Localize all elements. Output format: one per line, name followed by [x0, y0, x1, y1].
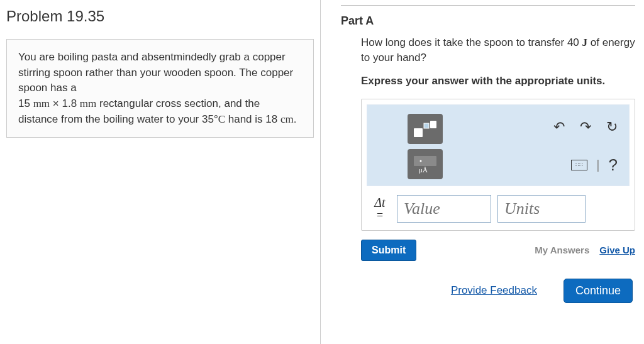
problem-panel: Problem 19.35 You are boiling pasta and …	[0, 0, 321, 344]
toolbar-separator: |	[596, 158, 599, 172]
keyboard-icon[interactable]: ∷∷	[571, 160, 587, 170]
redo-icon[interactable]: ↷	[580, 119, 591, 135]
answer-entry-panel: μÅ ↶ ↷ ↻ ∷∷ | ? Δt	[361, 99, 635, 231]
equation-toolbar: μÅ ↶ ↷ ↻ ∷∷ | ?	[367, 104, 630, 186]
svg-point-4	[420, 160, 422, 162]
provide-feedback-link[interactable]: Provide Feedback	[451, 284, 537, 297]
svg-text:μÅ: μÅ	[419, 166, 428, 174]
submit-button[interactable]: Submit	[361, 240, 416, 261]
svg-rect-0	[414, 128, 423, 137]
give-up-link[interactable]: Give Up	[599, 245, 635, 255]
templates-button[interactable]	[408, 114, 443, 144]
problem-statement: You are boiling pasta and absentmindedly…	[6, 39, 314, 138]
svg-rect-1	[424, 123, 429, 128]
divider	[341, 5, 635, 6]
undo-icon[interactable]: ↶	[553, 119, 565, 135]
svg-rect-2	[430, 121, 436, 128]
svg-rect-3	[414, 156, 436, 166]
variable-label: Δt =	[369, 196, 391, 222]
answer-panel-column: Part A How long does it take the spoon t…	[321, 0, 644, 344]
symbols-button[interactable]: μÅ	[408, 149, 443, 179]
units-input[interactable]	[497, 195, 586, 223]
instruction-text: Express your answer with the appropriate…	[361, 74, 635, 89]
value-input[interactable]	[397, 195, 491, 223]
continue-button[interactable]: Continue	[564, 279, 633, 303]
help-icon[interactable]: ?	[609, 155, 618, 175]
question-text: How long does it take the spoon to trans…	[361, 35, 635, 65]
reset-icon[interactable]: ↻	[606, 119, 618, 135]
my-answers-link[interactable]: My Answers	[535, 245, 589, 255]
part-label: Part A	[341, 14, 635, 28]
problem-title: Problem 19.35	[6, 8, 314, 25]
